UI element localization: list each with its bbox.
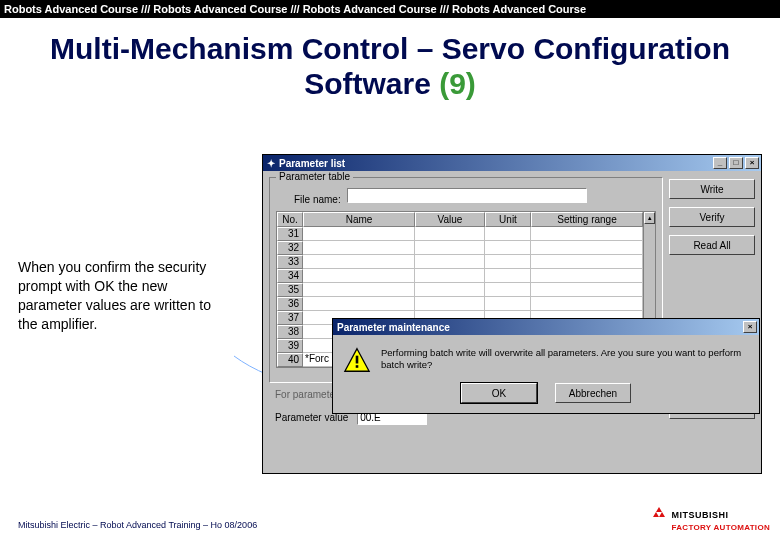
cancel-button[interactable]: Abbrechen (555, 383, 631, 403)
table-row[interactable]: 39 (277, 339, 303, 353)
col-name[interactable]: Name (303, 212, 415, 227)
table-row[interactable]: 38 (277, 325, 303, 339)
mitsubishi-icon (650, 507, 668, 523)
slide-title-main: Multi-Mechanism Control – Servo Configur… (50, 32, 730, 100)
file-name-field[interactable] (347, 188, 587, 203)
slide-footer: Mitsubishi Electric – Robot Advanced Tra… (18, 520, 257, 530)
dialog-message: Performing batch write will overwrite al… (381, 347, 749, 372)
file-name-label: File name: (294, 194, 341, 205)
dialog-title: Parameter maintenance (337, 322, 450, 333)
confirm-dialog: Parameter maintenance × Performing batch… (332, 318, 760, 414)
svg-marker-4 (653, 512, 659, 517)
read-all-button[interactable]: Read All (669, 235, 755, 255)
svg-rect-1 (356, 356, 359, 364)
table-row[interactable]: 31 (277, 227, 303, 241)
write-button[interactable]: Write (669, 179, 755, 199)
brand-sub: FACTORY AUTOMATION (672, 523, 770, 532)
scroll-up-icon[interactable]: ▴ (644, 212, 655, 224)
parameter-list-window: ✦ Parameter list _ □ × Parameter table F… (262, 154, 762, 474)
brand-name: MITSUBISHI (672, 510, 729, 520)
table-row[interactable]: 36 (277, 297, 303, 311)
table-row[interactable]: 40 (277, 353, 303, 367)
col-range[interactable]: Setting range (531, 212, 643, 227)
dialog-titlebar[interactable]: Parameter maintenance × (333, 319, 759, 335)
verify-button[interactable]: Verify (669, 207, 755, 227)
course-header: Robots Advanced Course /// Robots Advanc… (0, 0, 780, 18)
slide-title: Multi-Mechanism Control – Servo Configur… (8, 32, 772, 101)
warning-icon (343, 347, 371, 373)
svg-rect-2 (356, 365, 359, 368)
col-unit[interactable]: Unit (485, 212, 531, 227)
table-row[interactable]: 37 (277, 311, 303, 325)
brand-logo: MITSUBISHI FACTORY AUTOMATION (650, 507, 770, 532)
app-icon: ✦ (267, 158, 275, 169)
maximize-button[interactable]: □ (729, 157, 743, 169)
svg-marker-5 (659, 512, 665, 517)
table-row[interactable]: 34 (277, 269, 303, 283)
minimize-button[interactable]: _ (713, 157, 727, 169)
group-legend: Parameter table (276, 171, 353, 182)
ok-button[interactable]: OK (461, 383, 537, 403)
table-row[interactable]: 33 (277, 255, 303, 269)
slide-title-number: (9) (439, 67, 476, 100)
col-no[interactable]: No. (277, 212, 303, 227)
param-for-label: For parameter (275, 389, 338, 400)
dialog-close-button[interactable]: × (743, 321, 757, 333)
close-button[interactable]: × (745, 157, 759, 169)
table-row[interactable]: 32 (277, 241, 303, 255)
col-value[interactable]: Value (415, 212, 485, 227)
table-row[interactable]: 35 (277, 283, 303, 297)
window-title: Parameter list (279, 158, 345, 169)
svg-marker-3 (656, 507, 662, 512)
window-titlebar[interactable]: ✦ Parameter list _ □ × (263, 155, 761, 171)
slide-description: When you confirm the security prompt wit… (18, 258, 228, 334)
